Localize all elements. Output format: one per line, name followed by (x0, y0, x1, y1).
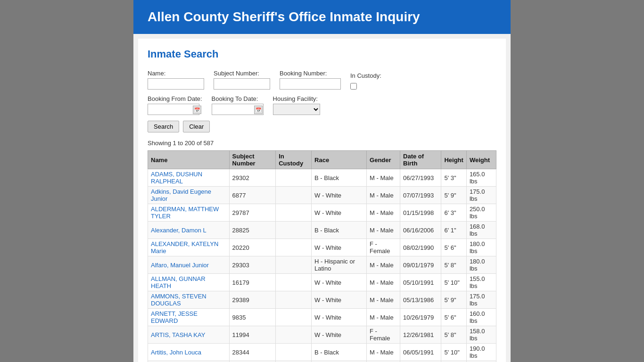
cell-dob: 06/16/2006 (400, 222, 441, 239)
inmates-table: Name Subject Number In Custody Race Gend… (148, 150, 496, 362)
booking-from-input[interactable] (148, 104, 199, 115)
cell-race: W - White (312, 326, 367, 344)
cell-weight: 158.0 lbs (466, 326, 496, 344)
inmate-link[interactable]: ALEXANDER, KATELYN Marie (151, 240, 218, 255)
clear-button[interactable]: Clear (183, 121, 210, 132)
table-row: Alfaro, Manuel Junior29303H - Hispanic o… (148, 256, 496, 274)
cell-custody (276, 344, 312, 361)
table-row: ADAMS, DUSHUN RALPHEAL29302B - BlackM - … (148, 169, 496, 187)
col-height: Height (441, 151, 466, 169)
cell-race: B - Black (312, 222, 367, 239)
inmate-link[interactable]: ADAMS, DUSHUN RALPHEAL (151, 171, 202, 185)
cell-race: B - Black (312, 344, 367, 361)
search-button[interactable]: Search (148, 121, 179, 132)
col-custody: In Custody (276, 151, 312, 169)
cell-subject: 28344 (229, 344, 276, 361)
inmate-link[interactable]: AMMONS, STEVEN DOUGLAS (151, 293, 206, 307)
inmate-link[interactable]: ARTIS, TASHA KAY (151, 331, 205, 338)
cell-name: Alfaro, Manuel Junior (148, 256, 230, 274)
cell-weight: 165.0 lbs (466, 169, 496, 187)
cell-height: 5' 8" (441, 326, 466, 344)
cell-name: ARNETT, JESSE EDWARD (148, 309, 230, 326)
cell-gender: F - Female (367, 326, 400, 344)
cell-name: ALLMAN, GUNNAR HEATH (148, 274, 230, 291)
col-race: Race (312, 151, 367, 169)
cell-dob: 05/13/1986 (400, 291, 441, 309)
inmate-link[interactable]: ALLMAN, GUNNAR HEATH (151, 275, 206, 289)
cell-weight: 190.0 lbs (466, 344, 496, 361)
cell-race: W - White (312, 187, 367, 204)
table-row: ALDERMAN, MATTHEW TYLER29787W - WhiteM -… (148, 204, 496, 222)
cell-subject: 28825 (229, 222, 276, 239)
housing-select[interactable] (273, 104, 320, 115)
col-weight: Weight (466, 151, 496, 169)
booking-to-calendar-icon[interactable]: 📅 (254, 106, 263, 114)
in-custody-field-group: In Custody: (350, 72, 381, 90)
inmate-link[interactable]: Artitis, John Louca (151, 349, 201, 356)
name-field-group: Name: (148, 70, 204, 90)
cell-height: 6' 1" (441, 222, 466, 239)
cell-name: ALDERMAN, MATTHEW TYLER (148, 204, 230, 222)
cell-dob: 05/10/1991 (400, 274, 441, 291)
cell-height: 5' 9" (441, 291, 466, 309)
cell-weight: 155.0 lbs (466, 274, 496, 291)
table-row: Artitis, John Louca28344B - BlackM - Mal… (148, 344, 496, 361)
subject-field-group: Subject Number: (214, 70, 270, 90)
cell-dob: 08/02/1990 (400, 239, 441, 256)
cell-custody (276, 222, 312, 239)
cell-weight: 180.0 lbs (466, 239, 496, 256)
cell-dob: 09/01/1979 (400, 256, 441, 274)
cell-subject: 9835 (229, 309, 276, 326)
subject-label: Subject Number: (214, 70, 270, 77)
cell-custody (276, 291, 312, 309)
cell-gender: M - Male (367, 187, 400, 204)
col-dob: Date of Birth (400, 151, 441, 169)
name-input[interactable] (148, 78, 204, 90)
cell-name: Adkins, David Eugene Junior (148, 187, 230, 204)
booking-to-label: Booking To Date: (212, 95, 264, 102)
cell-dob: 07/07/1993 (400, 187, 441, 204)
cell-dob: 10/26/1979 (400, 309, 441, 326)
inmate-link[interactable]: Adkins, David Eugene Junior (151, 188, 211, 202)
cell-subject: 16179 (229, 274, 276, 291)
cell-weight: 175.0 lbs (466, 187, 496, 204)
subject-input[interactable] (214, 78, 270, 90)
cell-gender: M - Male (367, 256, 400, 274)
housing-label: Housing Facility: (273, 95, 320, 102)
col-subject: Subject Number (229, 151, 276, 169)
cell-height: 5' 6" (441, 239, 466, 256)
cell-race: W - White (312, 239, 367, 256)
cell-name: AMMONS, STEVEN DOUGLAS (148, 291, 230, 309)
inmate-link[interactable]: Alfaro, Manuel Junior (151, 262, 209, 269)
booking-to-field-group: Booking To Date: 📅 (212, 95, 264, 115)
cell-custody (276, 326, 312, 344)
cell-gender: M - Male (367, 344, 400, 361)
in-custody-checkbox[interactable] (350, 83, 357, 90)
cell-height: 6' 3" (441, 204, 466, 222)
inmate-link[interactable]: ALDERMAN, MATTHEW TYLER (151, 206, 219, 220)
inmate-link[interactable]: Alexander, Damon L (151, 227, 206, 234)
cell-subject: 11994 (229, 326, 276, 344)
booking-from-calendar-icon[interactable]: 📅 (193, 106, 201, 114)
cell-subject: 29787 (229, 204, 276, 222)
cell-custody (276, 239, 312, 256)
inmate-link[interactable]: ARNETT, JESSE EDWARD (151, 310, 198, 324)
booking-label: Booking Number: (280, 70, 341, 77)
booking-from-label: Booking From Date: (148, 95, 202, 102)
booking-field-group: Booking Number: (280, 70, 341, 90)
cell-race: W - White (312, 204, 367, 222)
cell-dob: 06/05/1991 (400, 344, 441, 361)
cell-gender: M - Male (367, 204, 400, 222)
table-header-row: Name Subject Number In Custody Race Gend… (148, 151, 496, 169)
cell-subject: 29389 (229, 291, 276, 309)
in-custody-label: In Custody: (350, 72, 381, 79)
cell-custody (276, 274, 312, 291)
results-count: Showing 1 to 200 of 587 (148, 140, 496, 147)
cell-name: ARTIS, TASHA KAY (148, 326, 230, 344)
cell-height: 5' 6" (441, 309, 466, 326)
cell-weight: 175.0 lbs (466, 291, 496, 309)
table-row: ALEXANDER, KATELYN Marie20220W - WhiteF … (148, 239, 496, 256)
booking-input[interactable] (280, 78, 341, 90)
cell-custody (276, 309, 312, 326)
cell-height: 5' 10" (441, 274, 466, 291)
